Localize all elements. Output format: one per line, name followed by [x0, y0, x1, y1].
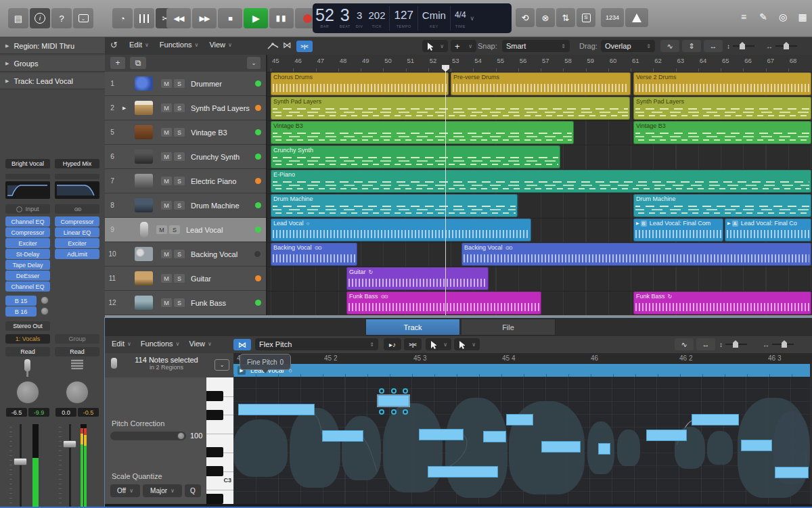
eq-thumbnail[interactable] [55, 181, 99, 199]
track-name[interactable]: Funk Bass [191, 299, 255, 307]
waveform-zoom-icon[interactable]: ∿ [675, 338, 694, 350]
region[interactable]: Funk Bass↻ [633, 292, 811, 315]
track-row[interactable]: 12MSFunk Bass [105, 291, 266, 315]
plugin-slot[interactable]: Compressor [55, 216, 99, 227]
track-name[interactable]: Guitar [191, 275, 255, 283]
plugin-slot[interactable]: Exciter [55, 238, 99, 248]
rewind-button[interactable]: ◀◀ [166, 8, 191, 28]
track-name[interactable]: Electric Piano [191, 177, 255, 185]
menu-edit[interactable]: Edit∨ [112, 340, 131, 348]
piano-key-black[interactable] [206, 391, 223, 401]
plugin-slot[interactable]: Compressor [5, 227, 50, 237]
menu-view[interactable]: View∨ [209, 41, 232, 49]
horizontal-zoom-slider[interactable]: ↔ [763, 338, 794, 350]
mute-button[interactable]: M [161, 298, 172, 307]
note-hotspot[interactable] [403, 388, 408, 394]
arrange-area[interactable]: Chorus DrumsPre-verse DrumsVerse 2 Drums… [267, 72, 812, 315]
pointer-tool-menu[interactable]: ∨ [426, 338, 451, 350]
duplicate-track-button[interactable]: ⧉ [130, 57, 146, 69]
metronome-icon[interactable] [625, 8, 648, 27]
note-hotspot[interactable] [379, 388, 384, 394]
piano-key-black[interactable] [206, 447, 223, 457]
snap-menu[interactable]: Smart⇕ [502, 40, 570, 52]
toolbar-toggle-icon[interactable]: ⌄ [73, 8, 93, 28]
volume-fader[interactable] [14, 458, 27, 465]
plugin-slot[interactable]: Exciter [5, 238, 50, 248]
stop-button[interactable]: ■ [218, 8, 242, 28]
tab-file[interactable]: File [461, 319, 556, 336]
flex-pitch-note[interactable] [322, 430, 363, 442]
pause-button[interactable]: ▮▮ [269, 8, 294, 28]
volume-value[interactable]: 0.0 [55, 408, 76, 417]
flex-pitch-note[interactable] [428, 466, 498, 478]
lcd-chevron-icon[interactable]: ∨ [470, 15, 475, 22]
plugin-slot[interactable]: St-Delay [5, 249, 50, 259]
note-hotspot[interactable] [379, 409, 384, 415]
track-row[interactable]: 5MSVintage B3 [105, 120, 266, 145]
take-folder-controls[interactable]: ▶B [636, 221, 647, 227]
flex-pitch-note[interactable] [598, 443, 610, 455]
track-name[interactable]: Crunchy Synth [191, 153, 255, 161]
region[interactable]: Vintage B3 [271, 121, 574, 144]
scale-root-menu[interactable]: Off∨ [110, 484, 140, 497]
flex-pitch-note[interactable] [646, 430, 687, 441]
solo-button[interactable]: S [174, 152, 185, 161]
track-row[interactable]: 11MSGuitar [105, 267, 266, 291]
play-button[interactable]: ▶ [244, 8, 268, 28]
region[interactable]: Pre-verse Drums [451, 72, 631, 95]
solo-button[interactable]: S [174, 201, 185, 210]
plugin-slot[interactable]: Channel EQ [5, 281, 50, 292]
note-hotspot[interactable] [391, 388, 397, 394]
editor-ruler[interactable]: 4545 245 345 44646 246 3 [233, 353, 812, 364]
send-slot[interactable]: B 15 [5, 296, 37, 306]
automation-mode[interactable]: Read [5, 347, 50, 356]
track-row[interactable]: 9MSLead Vocal [105, 218, 266, 242]
quantize-button[interactable]: Q [185, 484, 201, 497]
editor-region-bar[interactable]: ▶ Lead Vocal ○ [233, 364, 810, 377]
catch-note-icon[interactable]: ▸♪ [384, 338, 401, 350]
mute-button[interactable]: M [161, 103, 172, 112]
flex-pitch-note[interactable] [238, 404, 315, 415]
solo-button[interactable]: S [174, 177, 185, 185]
solo-button[interactable]: S [174, 274, 185, 283]
region[interactable]: Drum Machine [633, 194, 811, 217]
region[interactable]: Verse 2 Drums [633, 72, 811, 95]
region-inspector-header[interactable]: ▶Region: MIDI Thru [0, 38, 105, 54]
eq-thumbnail[interactable] [5, 181, 50, 199]
plugin-slot[interactable]: DeEsser [5, 271, 50, 281]
show-flex-button[interactable]: ⋈ [233, 339, 251, 350]
input-slot[interactable]: Input [5, 204, 50, 214]
show-flex-button[interactable]: >|< [296, 41, 313, 52]
solo-button[interactable]: S [169, 225, 180, 234]
piano-key[interactable] [206, 490, 233, 490]
track-row[interactable]: 7MSElectric Piano [105, 169, 266, 193]
track-inspector-header[interactable]: ▶Track: Lead Vocal [0, 73, 105, 89]
menu-edit[interactable]: Edit∨ [129, 41, 149, 49]
horizontal-auto-zoom-icon[interactable]: ↔ [696, 338, 715, 350]
track-row[interactable]: 2▶MSSynth Pad Layers [105, 96, 266, 120]
peak-value[interactable]: -9.9 [28, 408, 49, 417]
library-icon[interactable]: ▤ [8, 8, 28, 28]
horizontal-zoom-slider[interactable]: ↔ [766, 40, 797, 52]
plugin-slot[interactable]: Channel EQ [5, 216, 50, 227]
mute-button[interactable]: M [161, 152, 172, 161]
strip-setting-bar[interactable] [55, 174, 99, 179]
region[interactable]: Funk Bass⊙⊙ [346, 292, 541, 315]
menu-functions[interactable]: Functions∨ [141, 340, 180, 348]
replace-icon[interactable]: ⊗ [536, 8, 555, 27]
lcd-display[interactable]: 52BAR 3BEAT 3DIV 202TICK 127TEMPO CminKE… [313, 3, 512, 33]
flex-pitch-note[interactable] [483, 431, 506, 442]
note-hotspot[interactable] [403, 409, 408, 415]
flex-pitch-note-selected[interactable] [378, 395, 409, 407]
flex-pitch-canvas[interactable] [233, 377, 810, 504]
region[interactable]: Backing Vocal⊙⊙ [461, 243, 811, 266]
count-in-button[interactable]: 1234 [601, 8, 624, 27]
menu-functions[interactable]: Functions∨ [160, 41, 199, 49]
track-name[interactable]: Synth Pad Layers [191, 104, 255, 112]
bar-ruler[interactable]: 4546474849505152535455565758596061626364… [267, 55, 812, 72]
note-hotspot[interactable] [391, 409, 397, 415]
flex-mode-menu[interactable]: Flex Pitch⇕ [255, 338, 378, 350]
vertical-zoom-slider[interactable]: ↕ [727, 40, 754, 52]
smart-controls-icon[interactable]: ◔ [112, 8, 133, 28]
flex-pitch-note[interactable] [775, 467, 809, 478]
